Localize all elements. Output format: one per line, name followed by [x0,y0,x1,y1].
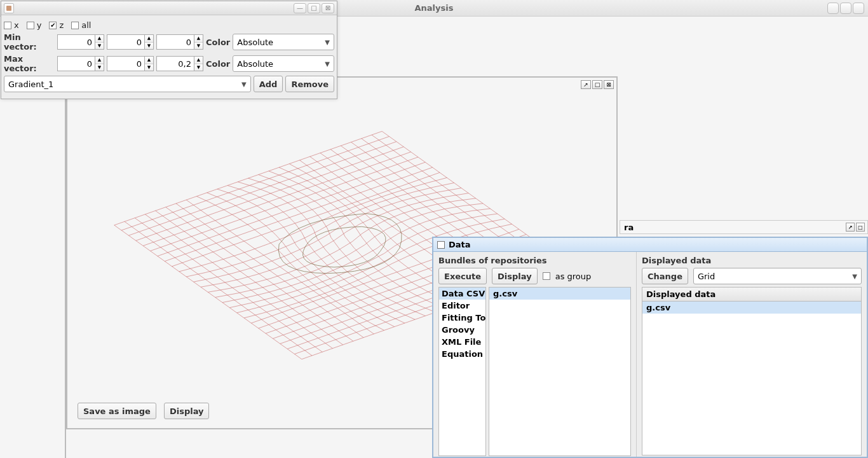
data-titlebar[interactable]: Data [433,238,867,252]
minimize-icon[interactable]: — [294,3,306,13]
displayed-panel: Displayed data Change Grid▼ Displayed da… [637,252,867,457]
gradient-select[interactable]: Gradient_1▼ [4,76,251,92]
left-panel [0,97,66,458]
min-z-spinner[interactable]: ▲▼ [194,34,203,50]
detach-icon[interactable]: ↗ [846,223,855,232]
min-color-label: Color [206,38,230,47]
execute-button[interactable]: Execute [438,268,487,284]
chevron-down-icon: ▼ [325,39,330,46]
max-z-spinner[interactable]: ▲▼ [194,56,203,71]
maximize-icon[interactable] [840,3,851,14]
float-titlebar[interactable]: — □ ⊠ [1,1,337,15]
remove-button[interactable]: Remove [285,76,334,92]
ra-label: ra [624,223,634,232]
list-item[interactable]: Fitting To [439,312,485,324]
max-z-input[interactable] [156,56,194,71]
min-vector-row: Min vector: ▲▼ ▲▼ ▲▼ Color Absolute▼ [4,32,334,52]
min-z-input[interactable] [156,34,194,50]
chevron-down-icon: ▼ [325,60,330,67]
max-y-spinner[interactable]: ▲▼ [145,56,154,71]
gradient-name: Gradient_1 [8,80,53,89]
list-item[interactable]: Editor [439,300,485,312]
checkbox-as-group[interactable] [543,272,550,280]
vector-settings-window: — □ ⊠ x y z all Min vector: ▲▼ ▲▼ ▲▼ Col… [1,1,337,99]
checkbox-x[interactable] [4,22,11,29]
gradient-row: Gradient_1▼ Add Remove [4,76,334,92]
main-title-text: Analysis [415,3,454,13]
java-icon [4,3,14,13]
data-title-text: Data [449,240,471,249]
close-icon[interactable]: ⊠ [322,3,334,13]
min-x-input[interactable] [57,34,95,50]
ra-tab-bar: ra ↗ □ [620,220,868,234]
display-mode-select[interactable]: Grid▼ [693,268,862,284]
max-y-input[interactable] [107,56,145,71]
max-vector-row: Max vector: ▲▼ ▲▼ ▲▼ Color Absolute▼ [4,54,334,73]
min-x-spinner[interactable]: ▲▼ [95,34,104,50]
add-button[interactable]: Add [254,76,283,92]
list-item[interactable]: Groovy [439,324,485,336]
checkbox-x-label: x [14,20,19,30]
display-button[interactable]: Display [164,403,210,419]
bundles-panel: Bundles of repositories Execute Display … [433,252,637,457]
save-as-image-button[interactable]: Save as image [78,403,156,419]
maximize-icon[interactable]: □ [308,3,320,13]
max-color-label: Color [206,59,230,69]
data-window: Data Bundles of repositories Execute Dis… [432,237,868,458]
max-x-input[interactable] [57,56,95,71]
axis-checks-row: x y z all [4,20,334,30]
checkbox-all[interactable] [71,22,79,29]
window-icon [437,241,445,249]
close-icon[interactable] [853,3,864,14]
max-color-mode-select[interactable]: Absolute▼ [233,55,334,72]
minimize-icon[interactable] [827,3,839,14]
displayed-data-list[interactable]: g.csv [642,302,862,455]
max-vector-label: Max vector: [4,54,55,73]
chevron-down-icon: ▼ [852,273,857,280]
as-group-label: as group [555,272,592,281]
displayed-title: Displayed data [642,256,862,265]
bundle-type-list[interactable]: Data CSV Editor Fitting To Groovy XML Fi… [438,287,486,456]
detach-icon[interactable]: ↗ [581,80,591,89]
close-icon[interactable]: ⊠ [604,80,614,89]
checkbox-z-label: z [59,20,64,30]
list-item[interactable]: Data CSV [439,288,485,300]
list-item[interactable]: g.csv [489,288,630,300]
list-item[interactable]: g.csv [642,302,861,314]
displayed-data-header: Displayed data [642,287,862,302]
chevron-down-icon: ▼ [241,81,247,88]
maximize-icon[interactable]: □ [592,80,602,89]
list-item[interactable]: Equation [439,348,485,360]
max-x-spinner[interactable]: ▲▼ [95,56,104,71]
min-vector-label: Min vector: [4,32,55,52]
bundles-title: Bundles of repositories [438,256,631,265]
checkbox-y[interactable] [27,22,34,29]
change-button[interactable]: Change [642,268,688,284]
list-item[interactable]: XML File [439,336,485,348]
checkbox-y-label: y [37,20,42,30]
maximize-icon[interactable]: □ [856,223,865,232]
checkbox-z[interactable] [49,22,57,29]
bundle-file-list[interactable]: g.csv [489,287,631,456]
min-y-input[interactable] [107,34,145,50]
min-color-mode-value: Absolute [237,38,273,47]
max-color-mode-value: Absolute [237,59,273,69]
bundle-display-button[interactable]: Display [492,268,538,284]
min-color-mode-select[interactable]: Absolute▼ [233,34,334,50]
checkbox-all-label: all [81,20,91,30]
display-mode-value: Grid [698,272,715,281]
min-y-spinner[interactable]: ▲▼ [145,34,154,50]
